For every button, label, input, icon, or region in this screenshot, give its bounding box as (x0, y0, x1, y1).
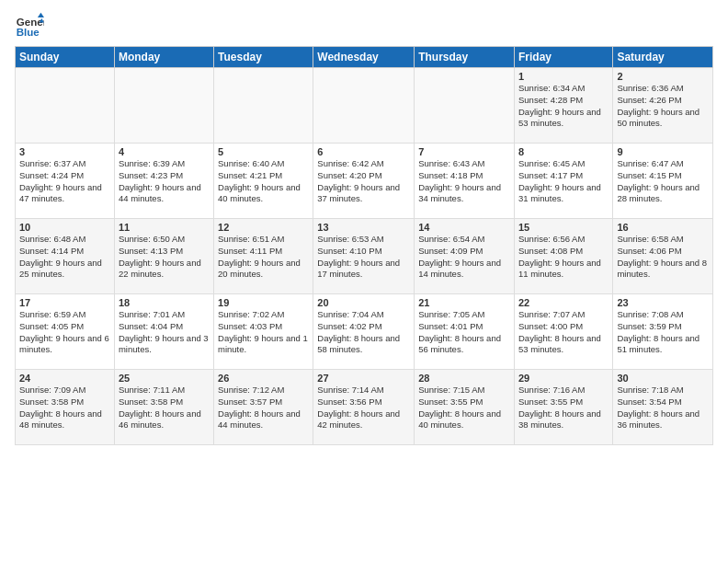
day-info: Sunrise: 7:15 AM Sunset: 3:55 PM Dayligh… (418, 385, 510, 431)
calendar-cell: 18Sunrise: 7:01 AM Sunset: 4:04 PM Dayli… (114, 294, 213, 370)
day-info: Sunrise: 7:08 AM Sunset: 3:59 PM Dayligh… (617, 309, 709, 356)
day-number: 30 (617, 373, 709, 384)
calendar-cell (313, 68, 415, 144)
calendar-cell (214, 68, 313, 144)
day-number: 8 (518, 146, 609, 157)
day-info: Sunrise: 6:59 AM Sunset: 4:05 PM Dayligh… (19, 309, 110, 356)
logo: General Blue (15, 11, 48, 40)
day-info: Sunrise: 6:47 AM Sunset: 4:15 PM Dayligh… (617, 158, 709, 205)
calendar-cell: 20Sunrise: 7:04 AM Sunset: 4:02 PM Dayli… (313, 294, 415, 370)
header: General Blue (15, 11, 713, 40)
day-info: Sunrise: 6:51 AM Sunset: 4:11 PM Dayligh… (218, 234, 309, 281)
day-info: Sunrise: 6:36 AM Sunset: 4:26 PM Dayligh… (617, 83, 709, 130)
day-info: Sunrise: 7:07 AM Sunset: 4:00 PM Dayligh… (518, 309, 609, 356)
day-info: Sunrise: 6:40 AM Sunset: 4:21 PM Dayligh… (218, 158, 309, 205)
day-info: Sunrise: 6:42 AM Sunset: 4:20 PM Dayligh… (317, 158, 410, 205)
calendar-cell: 24Sunrise: 7:09 AM Sunset: 3:58 PM Dayli… (16, 370, 115, 445)
day-number: 4 (119, 146, 210, 157)
day-info: Sunrise: 6:56 AM Sunset: 4:08 PM Dayligh… (518, 234, 609, 281)
calendar-week: 10Sunrise: 6:48 AM Sunset: 4:14 PM Dayli… (16, 219, 713, 294)
calendar-cell: 15Sunrise: 6:56 AM Sunset: 4:08 PM Dayli… (514, 219, 612, 294)
weekday-header: Tuesday (214, 47, 313, 68)
calendar-cell (415, 68, 515, 144)
calendar: SundayMondayTuesdayWednesdayThursdayFrid… (15, 46, 713, 445)
calendar-cell: 8Sunrise: 6:45 AM Sunset: 4:17 PM Daylig… (514, 144, 612, 219)
calendar-cell: 23Sunrise: 7:08 AM Sunset: 3:59 PM Dayli… (613, 294, 713, 370)
day-number: 28 (418, 373, 510, 384)
day-info: Sunrise: 6:54 AM Sunset: 4:09 PM Dayligh… (418, 234, 510, 281)
day-number: 22 (518, 297, 609, 308)
calendar-cell: 28Sunrise: 7:15 AM Sunset: 3:55 PM Dayli… (415, 370, 515, 445)
day-number: 15 (518, 222, 609, 233)
calendar-cell: 1Sunrise: 6:34 AM Sunset: 4:28 PM Daylig… (514, 68, 612, 144)
day-info: Sunrise: 7:05 AM Sunset: 4:01 PM Dayligh… (418, 309, 510, 356)
weekday-header: Wednesday (313, 47, 415, 68)
day-number: 7 (418, 146, 510, 157)
day-number: 23 (617, 297, 709, 308)
calendar-cell: 3Sunrise: 6:37 AM Sunset: 4:24 PM Daylig… (16, 144, 115, 219)
day-info: Sunrise: 6:34 AM Sunset: 4:28 PM Dayligh… (518, 83, 609, 130)
calendar-cell: 25Sunrise: 7:11 AM Sunset: 3:58 PM Dayli… (114, 370, 213, 445)
day-number: 27 (317, 373, 410, 384)
calendar-cell: 4Sunrise: 6:39 AM Sunset: 4:23 PM Daylig… (114, 144, 213, 219)
calendar-week: 1Sunrise: 6:34 AM Sunset: 4:28 PM Daylig… (16, 68, 713, 144)
day-number: 24 (19, 373, 110, 384)
day-number: 2 (617, 71, 709, 82)
day-info: Sunrise: 6:45 AM Sunset: 4:17 PM Dayligh… (518, 158, 609, 205)
weekday-header: Friday (514, 47, 612, 68)
day-number: 17 (19, 297, 110, 308)
day-number: 14 (418, 222, 510, 233)
day-number: 20 (317, 297, 410, 308)
header-row: SundayMondayTuesdayWednesdayThursdayFrid… (16, 47, 713, 68)
calendar-cell: 14Sunrise: 6:54 AM Sunset: 4:09 PM Dayli… (415, 219, 515, 294)
day-number: 11 (119, 222, 210, 233)
weekday-header: Saturday (613, 47, 713, 68)
day-info: Sunrise: 7:14 AM Sunset: 3:56 PM Dayligh… (317, 385, 410, 431)
day-info: Sunrise: 7:12 AM Sunset: 3:57 PM Dayligh… (218, 385, 309, 431)
day-number: 6 (317, 146, 410, 157)
day-info: Sunrise: 7:02 AM Sunset: 4:03 PM Dayligh… (218, 309, 309, 356)
weekday-header: Monday (114, 47, 213, 68)
calendar-cell: 7Sunrise: 6:43 AM Sunset: 4:18 PM Daylig… (415, 144, 515, 219)
day-info: Sunrise: 6:50 AM Sunset: 4:13 PM Dayligh… (119, 234, 210, 281)
day-number: 26 (218, 373, 309, 384)
calendar-cell: 16Sunrise: 6:58 AM Sunset: 4:06 PM Dayli… (613, 219, 713, 294)
calendar-cell: 26Sunrise: 7:12 AM Sunset: 3:57 PM Dayli… (214, 370, 313, 445)
day-number: 12 (218, 222, 309, 233)
calendar-cell: 13Sunrise: 6:53 AM Sunset: 4:10 PM Dayli… (313, 219, 415, 294)
calendar-cell (114, 68, 213, 144)
day-number: 1 (518, 71, 609, 82)
day-info: Sunrise: 6:58 AM Sunset: 4:06 PM Dayligh… (617, 234, 709, 281)
day-info: Sunrise: 7:18 AM Sunset: 3:54 PM Dayligh… (617, 385, 709, 431)
calendar-cell: 29Sunrise: 7:16 AM Sunset: 3:55 PM Dayli… (514, 370, 612, 445)
svg-text:Blue: Blue (17, 27, 40, 38)
calendar-cell: 17Sunrise: 6:59 AM Sunset: 4:05 PM Dayli… (16, 294, 115, 370)
logo-icon: General Blue (15, 11, 44, 40)
weekday-header: Thursday (415, 47, 515, 68)
calendar-cell: 21Sunrise: 7:05 AM Sunset: 4:01 PM Dayli… (415, 294, 515, 370)
day-info: Sunrise: 6:37 AM Sunset: 4:24 PM Dayligh… (19, 158, 110, 205)
day-number: 21 (418, 297, 510, 308)
day-info: Sunrise: 7:09 AM Sunset: 3:58 PM Dayligh… (19, 385, 110, 431)
day-info: Sunrise: 7:11 AM Sunset: 3:58 PM Dayligh… (119, 385, 210, 431)
calendar-cell: 22Sunrise: 7:07 AM Sunset: 4:00 PM Dayli… (514, 294, 612, 370)
calendar-cell: 19Sunrise: 7:02 AM Sunset: 4:03 PM Dayli… (214, 294, 313, 370)
calendar-cell: 27Sunrise: 7:14 AM Sunset: 3:56 PM Dayli… (313, 370, 415, 445)
calendar-week: 17Sunrise: 6:59 AM Sunset: 4:05 PM Dayli… (16, 294, 713, 370)
day-info: Sunrise: 6:39 AM Sunset: 4:23 PM Dayligh… (119, 158, 210, 205)
day-info: Sunrise: 6:48 AM Sunset: 4:14 PM Dayligh… (19, 234, 110, 281)
calendar-cell: 5Sunrise: 6:40 AM Sunset: 4:21 PM Daylig… (214, 144, 313, 219)
calendar-cell: 9Sunrise: 6:47 AM Sunset: 4:15 PM Daylig… (613, 144, 713, 219)
day-number: 10 (19, 222, 110, 233)
calendar-week: 24Sunrise: 7:09 AM Sunset: 3:58 PM Dayli… (16, 370, 713, 445)
calendar-cell: 11Sunrise: 6:50 AM Sunset: 4:13 PM Dayli… (114, 219, 213, 294)
calendar-cell: 30Sunrise: 7:18 AM Sunset: 3:54 PM Dayli… (613, 370, 713, 445)
calendar-cell: 10Sunrise: 6:48 AM Sunset: 4:14 PM Dayli… (16, 219, 115, 294)
day-number: 3 (19, 146, 110, 157)
day-number: 19 (218, 297, 309, 308)
day-info: Sunrise: 7:04 AM Sunset: 4:02 PM Dayligh… (317, 309, 410, 356)
day-number: 9 (617, 146, 709, 157)
day-number: 29 (518, 373, 609, 384)
day-number: 13 (317, 222, 410, 233)
day-info: Sunrise: 6:43 AM Sunset: 4:18 PM Dayligh… (418, 158, 510, 205)
